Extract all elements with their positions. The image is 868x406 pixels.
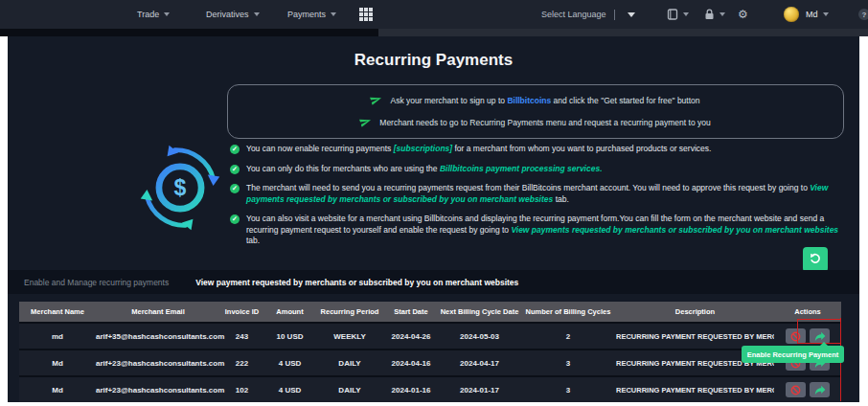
tab-view-requested[interactable]: View payment requested by merchants or s… — [195, 278, 518, 287]
table-header-row: Merchant Name Merchant Email Invoice ID … — [19, 302, 841, 322]
bullet-text: The merchant will need to send you a rec… — [246, 183, 853, 205]
apps-grid-icon[interactable] — [359, 0, 373, 29]
chevron-down-icon — [331, 12, 336, 16]
instruction-text: Merchant needs to go to Recurring Paymen… — [379, 118, 710, 127]
top-navbar: Trade Derivatives Payments Select Langua… — [0, 0, 868, 29]
bullet-item: ✓ The merchant will need to send you a r… — [230, 183, 853, 205]
text-segment: and click the "Get started for free" but… — [551, 96, 699, 105]
divider — [614, 10, 615, 20]
billbitcoins-link[interactable]: Billbitcoins — [507, 96, 551, 105]
security-menu[interactable] — [704, 0, 725, 29]
invoice-id-cell: 102 — [220, 386, 263, 395]
merchant-email-cell: arif+23@hashcashconsultants.com — [96, 386, 220, 395]
tab-bar: Enable and Manage recurring payments Vie… — [8, 270, 859, 294]
sub-header-strip — [0, 29, 868, 36]
next-billing-cell: 2024-04-17 — [439, 359, 520, 368]
column-header: Recurring Period — [316, 307, 383, 316]
nav-menu-trade[interactable]: Trade — [137, 0, 170, 29]
user-menu[interactable]: Md — [784, 0, 829, 29]
check-circle-icon: ✓ — [230, 184, 240, 193]
settings-gear-icon[interactable]: ⚙ — [738, 0, 748, 29]
block-icon — [790, 385, 801, 395]
coin-avatar — [784, 7, 799, 22]
highlighted-text: [subscriptions] — [394, 144, 452, 153]
text-segment: You can only do this for merchants who a… — [246, 164, 440, 173]
text-segment: The merchant will need to send you a rec… — [246, 183, 810, 192]
description-cell: RECURRING PAYMENT REQUESTED BY MERCHANT — [616, 332, 774, 341]
billing-cycles-cell: 2 — [520, 332, 616, 341]
dollar-glyph: $ — [174, 175, 187, 200]
cancel-recurring-button[interactable] — [786, 328, 806, 344]
column-header: Description — [616, 307, 774, 316]
help-button[interactable]: ? — [858, 0, 868, 29]
amount-cell: 10 USD — [263, 332, 316, 341]
text-segment: tab. — [246, 236, 260, 245]
check-circle-icon: ✓ — [230, 165, 240, 174]
bullet-item: ✓ You can also visit a website for a mer… — [230, 214, 853, 247]
refresh-icon — [809, 252, 822, 268]
text-segment: Ask your merchant to sign up to — [390, 96, 507, 105]
text-segment: for a merchant from whom you want to pur… — [452, 144, 711, 153]
wallet-icon — [667, 9, 678, 20]
recurring-period-cell: WEEKLY — [316, 332, 383, 341]
recurring-period-cell: DAILY — [316, 386, 383, 395]
start-date-cell: 2024-04-16 — [383, 359, 439, 368]
invoice-id-cell: 222 — [220, 359, 263, 368]
actions-cell — [774, 382, 841, 397]
next-billing-cell: 2024-05-03 — [439, 332, 520, 341]
cancel-recurring-button[interactable] — [786, 382, 806, 397]
chevron-down-icon — [164, 12, 170, 16]
sub-header-dark-segment — [0, 29, 378, 36]
forward-arrow-icon — [814, 331, 826, 342]
grid-icon — [359, 8, 373, 21]
actions-cell — [774, 328, 841, 344]
tab-enable-manage[interactable]: Enable and Manage recurring payments — [24, 278, 169, 287]
bullet-item: ✓ You can now enable recurring payments … — [230, 144, 853, 155]
check-circle-icon: ✓ — [230, 145, 240, 154]
main-content-panel: Recurring Payments Ask your merchant to … — [8, 36, 859, 402]
check-circle-icon: ✓ — [230, 214, 240, 224]
block-icon — [790, 331, 801, 342]
column-header: Number of Billing Cycles — [520, 307, 616, 316]
column-header: Merchant Email — [96, 307, 220, 316]
billing-cycles-cell: 3 — [520, 359, 616, 368]
table-row: Md arif+23@hashcashconsultants.com 102 4… — [19, 377, 841, 402]
refresh-button[interactable] — [803, 247, 828, 272]
lock-icon — [704, 9, 715, 20]
column-header: Actions — [774, 307, 841, 316]
merchant-email-cell: arif+35@hashcashconsultants.com — [96, 332, 220, 341]
view-payments-link[interactable]: View payments requested by merchants or … — [511, 225, 838, 235]
language-selector-label: Select Language — [541, 10, 606, 19]
description-cell: RECURRING PAYMENT REQUESTED BY MERCHANT — [616, 386, 774, 395]
amount-cell: 4 USD — [263, 359, 316, 368]
bullet-text: You can now enable recurring payments [s… — [246, 144, 711, 155]
highlighted-text: Billbitcoins payment processing services… — [440, 164, 603, 173]
send-plane-icon — [358, 114, 374, 130]
next-billing-cell: 2024-01-17 — [439, 386, 520, 395]
chevron-down-icon — [823, 12, 829, 16]
column-header: Next Billing Cycle Date — [439, 307, 520, 316]
send-plane-icon — [370, 92, 385, 108]
language-selector[interactable]: Select Language — [541, 0, 635, 29]
instruction-line: Ask your merchant to sign up to Billbitc… — [371, 94, 699, 107]
billing-cycles-cell: 3 — [520, 386, 616, 395]
feature-bullet-list: ✓ You can now enable recurring payments … — [230, 144, 853, 247]
invoice-id-cell: 243 — [220, 332, 263, 341]
tooltip-arrow — [820, 342, 828, 346]
nav-menu-payments-label: Payments — [287, 10, 326, 19]
instruction-line: Merchant needs to go to Recurring Paymen… — [360, 116, 710, 129]
column-header: Invoice ID — [220, 307, 263, 316]
chevron-down-icon — [683, 12, 689, 16]
recurring-payments-table: Merchant Name Merchant Email Invoice ID … — [19, 302, 841, 402]
tooltip-label: Enable Recurring Payment — [747, 350, 838, 359]
merchant-name-cell: md — [19, 332, 96, 341]
bullet-text: You can only do this for merchants who a… — [246, 164, 603, 175]
start-date-cell: 2024-01-16 — [383, 386, 439, 395]
nav-menu-payments[interactable]: Payments — [287, 0, 336, 29]
enable-recurring-button[interactable] — [810, 382, 830, 397]
column-header: Start Date — [383, 307, 439, 316]
nav-menu-derivatives[interactable]: Derivatives — [206, 0, 260, 29]
user-name: Md — [806, 10, 818, 19]
table-row: Md arif+23@hashcashconsultants.com 222 4… — [19, 350, 841, 375]
wallet-menu[interactable] — [667, 0, 689, 29]
